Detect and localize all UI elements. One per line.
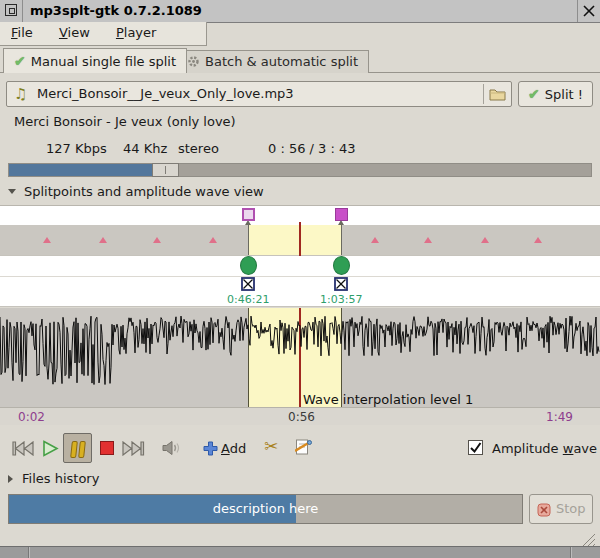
- volume-icon[interactable]: [162, 440, 180, 459]
- preview-play-circle[interactable]: [240, 256, 257, 275]
- pause-button[interactable]: [63, 433, 92, 463]
- splitpoint-handle-square[interactable]: [335, 208, 348, 221]
- splitpoint-handle-square[interactable]: [242, 208, 255, 221]
- playback-position-line: [299, 222, 301, 256]
- check-icon: ✔: [528, 86, 540, 102]
- keep-splitpoint-row: [0, 276, 600, 292]
- titlebar-divider: [577, 0, 578, 22]
- split-button[interactable]: ✔Split !: [518, 81, 593, 107]
- splitpoint-checkbox[interactable]: [241, 277, 255, 291]
- time-position-label: 0 : 56 / 3 : 43: [268, 141, 356, 156]
- menu-player[interactable]: Player: [105, 22, 167, 44]
- slider-fill: [9, 164, 152, 176]
- preview-play-circle[interactable]: [333, 256, 350, 275]
- progress-description: description here: [9, 495, 522, 523]
- splitpoints-expander[interactable]: Splitpoints and amplitude wave view: [8, 184, 264, 199]
- tab-batch-automatic-split[interactable]: Batch & automatic split: [176, 50, 369, 73]
- wave-time-strip: 0:02 0:56 1:49: [0, 407, 600, 425]
- scissors-icon[interactable]: ✂: [264, 436, 278, 456]
- tab-manual-single-file-split[interactable]: ✔Manual single file split: [3, 48, 187, 73]
- song-title: Merci Bonsoir - Je veux (only love): [14, 114, 236, 129]
- close-icon[interactable]: [581, 3, 597, 19]
- slider-handle[interactable]: [152, 163, 179, 177]
- tab-label: Batch & automatic split: [205, 54, 358, 69]
- preview-tick-icon[interactable]: [424, 237, 432, 243]
- wave-interpolation-label: Wave interpolation level 1: [303, 392, 473, 407]
- taskbar-divider: [28, 547, 29, 558]
- expander-closed-icon: [8, 475, 13, 483]
- file-chooser-button[interactable]: ♫ Merci_Bonsoir__Je_veux_Only_love.mp3: [6, 81, 512, 107]
- splitpoint-time: 1:03:57: [320, 293, 362, 306]
- amplitude-wave-checkbox[interactable]: [468, 440, 483, 455]
- split-progress-bar: description here: [8, 494, 523, 524]
- preview-tick-icon[interactable]: [99, 237, 107, 243]
- amplitude-wave-label: Amplitude wave: [492, 441, 597, 456]
- skip-backward-button[interactable]: [11, 441, 34, 459]
- preview-play-row: [0, 255, 600, 276]
- folder-icon[interactable]: [489, 87, 506, 104]
- taskbar-strip: [0, 546, 600, 558]
- preview-tick-icon[interactable]: [153, 237, 161, 243]
- preview-tick-icon[interactable]: [209, 237, 217, 243]
- checkmark-icon: [469, 441, 482, 454]
- add-splitpoint-button[interactable]: Add: [221, 441, 246, 456]
- skip-forward-button[interactable]: [122, 441, 145, 459]
- stop-playback-button[interactable]: [100, 441, 114, 455]
- music-note-icon: ♫: [14, 85, 27, 103]
- menu-view[interactable]: View: [48, 22, 101, 44]
- tab-label: Manual single file split: [31, 54, 176, 69]
- splitpoint-time: 0:46:21: [227, 293, 269, 306]
- files-history-expander[interactable]: Files history: [8, 471, 99, 486]
- preview-tick-icon[interactable]: [43, 237, 51, 243]
- silence-detection-icon[interactable]: [295, 438, 313, 459]
- amplitude-wave-view[interactable]: Wave interpolation level 1: [0, 308, 600, 407]
- titlebar-divider: [22, 0, 23, 22]
- window-menu-icon[interactable]: [5, 4, 17, 16]
- entry-divider: [483, 84, 484, 104]
- gear-icon: [187, 55, 200, 68]
- wave-start-time: 0:02: [18, 410, 45, 424]
- app-window: mp3splt-gtk 0.7.2.1089 File View Player …: [0, 0, 600, 558]
- frequency-label: 44 Khz: [123, 141, 167, 156]
- stereo-label: stereo: [178, 141, 219, 156]
- splitpoint-time-row: [0, 292, 600, 307]
- play-button[interactable]: [42, 440, 59, 460]
- expander-open-icon: [8, 189, 16, 194]
- selected-region-band: [248, 225, 342, 255]
- preview-tick-icon[interactable]: [371, 237, 379, 243]
- playback-slider[interactable]: [8, 163, 592, 177]
- add-splitpoint-icon[interactable]: [203, 441, 218, 459]
- bitrate-label: 127 Kbps: [46, 141, 107, 156]
- stop-split-button[interactable]: Stop: [529, 494, 593, 524]
- menubar: File View Player Help: [0, 22, 207, 46]
- stop-icon: [537, 503, 551, 517]
- preview-tick-icon[interactable]: [481, 237, 489, 243]
- wave-end-time: 1:49: [546, 410, 573, 424]
- check-icon: ✔: [14, 53, 26, 69]
- titlebar: mp3splt-gtk 0.7.2.1089: [0, 0, 600, 23]
- splitpoint-line: [248, 224, 249, 255]
- splitpoint-checkbox[interactable]: [334, 277, 348, 291]
- filename: Merci_Bonsoir__Je_veux_Only_love.mp3: [37, 82, 294, 106]
- waveform: [0, 308, 600, 407]
- taskbar-divider: [570, 547, 571, 558]
- menu-file[interactable]: File: [0, 22, 44, 44]
- splitpoint-line: [341, 224, 342, 255]
- window-title: mp3splt-gtk 0.7.2.1089: [30, 0, 202, 22]
- preview-tick-icon[interactable]: [534, 237, 542, 243]
- wave-current-time: 0:56: [288, 410, 315, 424]
